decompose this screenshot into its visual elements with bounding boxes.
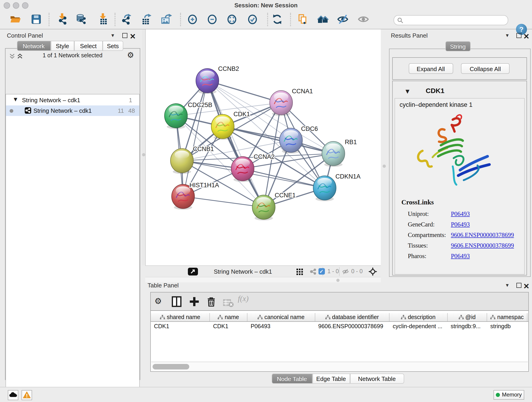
column-header-canonical-name[interactable]: canonical name: [247, 313, 315, 321]
control-panel-close-icon[interactable]: ✕: [130, 32, 136, 41]
network-options-gear-icon[interactable]: ⚙: [127, 51, 134, 60]
zoom-out-icon[interactable]: [206, 13, 218, 25]
table-hscrollbar[interactable]: [151, 362, 528, 371]
table-add-icon[interactable]: [189, 296, 200, 307]
horizontal-splitter[interactable]: [145, 277, 381, 282]
save-session-icon[interactable]: [30, 13, 42, 25]
control-panel-menu-icon[interactable]: ▾: [111, 32, 114, 38]
table-row[interactable]: CDK1CDK1P064939606.ENSP00000378699cyclin…: [151, 322, 528, 332]
table-cell[interactable]: stringdb:9...: [447, 322, 487, 332]
import-table-icon[interactable]: [96, 13, 108, 25]
tab-network[interactable]: Network: [17, 41, 51, 51]
collapse-all-button[interactable]: Collapse All: [461, 63, 510, 74]
network-collection-row[interactable]: ▼ String Network – cdk1 1: [6, 95, 139, 105]
refresh-icon[interactable]: [271, 13, 283, 25]
results-panel-float-icon[interactable]: [516, 33, 521, 38]
table-cell[interactable]: CDK1: [210, 322, 247, 332]
selected-checkbox-icon[interactable]: ✓: [318, 268, 325, 274]
network-row-selected[interactable]: String Network – cdk1 11 48: [6, 105, 139, 116]
main-toolbar: ?: [0, 10, 532, 29]
zoom-in-icon[interactable]: [186, 13, 198, 25]
column-header-database-identifier[interactable]: database identifier: [315, 313, 389, 321]
node-CCNB1[interactable]: [171, 148, 193, 174]
network-overview-icon[interactable]: [317, 13, 329, 25]
node-CCNA1[interactable]: [270, 90, 293, 116]
crosslink-label: Uniprot:: [395, 210, 451, 217]
show-items-icon[interactable]: [357, 13, 369, 25]
node-label-CDC6: CDC6: [301, 125, 318, 132]
table-panel-menu-icon[interactable]: ▾: [506, 282, 509, 288]
table-settings-gear-icon[interactable]: ⚙: [154, 296, 165, 307]
control-panel: Control Panel ▾ ✕ NetworkStyleSelectSets…: [0, 29, 142, 387]
control-panel-float-icon[interactable]: [122, 33, 127, 38]
crosslink-link[interactable]: 9606.ENSP00000378699: [451, 242, 514, 249]
column-header-name[interactable]: name: [210, 313, 247, 321]
table-cell[interactable]: P06493: [247, 322, 315, 332]
node-CDKN1A[interactable]: [313, 176, 336, 201]
export-image-icon[interactable]: [160, 13, 172, 25]
table-cell[interactable]: cyclin-dependent ...: [389, 322, 447, 332]
tab-node-table[interactable]: Node Table: [272, 374, 312, 384]
collection-expander-icon[interactable]: ▼: [14, 97, 17, 102]
table-cell[interactable]: stringdb: [487, 322, 527, 332]
table-delete-trash-icon[interactable]: [206, 296, 217, 307]
column-header-shared-name[interactable]: shared name: [151, 313, 210, 321]
tab-sets[interactable]: Sets: [102, 41, 123, 51]
grid-view-icon[interactable]: [297, 268, 303, 275]
node-CDK1[interactable]: [211, 114, 234, 140]
import-network-icon[interactable]: [56, 13, 68, 25]
tab-style[interactable]: Style: [51, 41, 74, 51]
tab-string[interactable]: String: [445, 41, 470, 51]
search-box[interactable]: [394, 15, 508, 25]
node-CDC25B[interactable]: [165, 103, 187, 129]
search-input[interactable]: [405, 16, 505, 24]
edge-CCNA2-CDKN1A[interactable]: [243, 168, 325, 188]
table-cell[interactable]: 9606.ENSP00000378699: [315, 322, 389, 332]
birdseye-crosshair-icon[interactable]: [368, 267, 378, 276]
export-network-icon[interactable]: [120, 13, 132, 25]
annotations-icon[interactable]: [297, 13, 309, 25]
column-header--id[interactable]: @id: [447, 313, 487, 321]
results-panel-menu-icon[interactable]: ▾: [506, 32, 509, 38]
open-file-icon[interactable]: [10, 13, 22, 25]
zoom-selected-icon[interactable]: [247, 13, 259, 25]
window-title: Session: New Session: [0, 2, 532, 9]
edge-CCNB2-HIST1H1A[interactable]: [183, 80, 207, 196]
column-header-namespac[interactable]: namespac: [487, 313, 527, 321]
crosslink-link[interactable]: P06493: [451, 221, 470, 228]
hide-items-icon[interactable]: [337, 13, 349, 25]
table-cell[interactable]: CDK1: [151, 322, 210, 332]
cloud-button[interactable]: [7, 390, 18, 400]
toolbar-separator: [180, 13, 181, 26]
hscrollbar-thumb[interactable]: [152, 364, 189, 369]
open-external-icon[interactable]: [188, 268, 198, 275]
tab-select[interactable]: Select: [74, 41, 102, 51]
function-builder-icon: f(x): [238, 294, 249, 303]
tab-network-table[interactable]: Network Table: [350, 374, 404, 384]
node-RB1[interactable]: [322, 141, 345, 167]
network-share-icon[interactable]: [309, 268, 317, 275]
node-CCNE1[interactable]: [252, 195, 275, 220]
memory-button[interactable]: Memory: [494, 390, 524, 400]
export-table-icon[interactable]: [140, 13, 152, 25]
node-label-RB1: RB1: [345, 138, 357, 145]
crosslink-link[interactable]: P06493: [451, 252, 470, 260]
expand-all-button[interactable]: Expand All: [409, 63, 453, 74]
table-panel-float-icon[interactable]: [516, 283, 521, 288]
tab-edge-table[interactable]: Edge Table: [312, 374, 350, 384]
table-columns-icon[interactable]: [171, 296, 182, 307]
column-header-description[interactable]: description: [389, 313, 447, 321]
import-database-icon[interactable]: [75, 13, 87, 25]
zoom-fit-icon[interactable]: [226, 13, 238, 25]
crosslink-link[interactable]: 9606.ENSP00000378699: [451, 231, 514, 239]
warnings-button[interactable]: [21, 390, 32, 400]
right-splitter[interactable]: [381, 29, 388, 277]
table-panel-close-icon[interactable]: ✕: [523, 282, 530, 291]
protein-expander-icon[interactable]: ▼: [405, 89, 409, 95]
results-panel-close-icon[interactable]: ✕: [523, 32, 530, 41]
crosslink-link[interactable]: P06493: [451, 210, 470, 217]
network-canvas[interactable]: CCNB2CCNA1CDC25BCDK1CDC6RB1CCNB1CCNA2CDK…: [145, 29, 381, 265]
results-panel-title: Results Panel: [391, 32, 428, 39]
left-splitter[interactable]: [142, 29, 145, 265]
edge-HIST1H1A-CCNE1[interactable]: [183, 196, 264, 207]
